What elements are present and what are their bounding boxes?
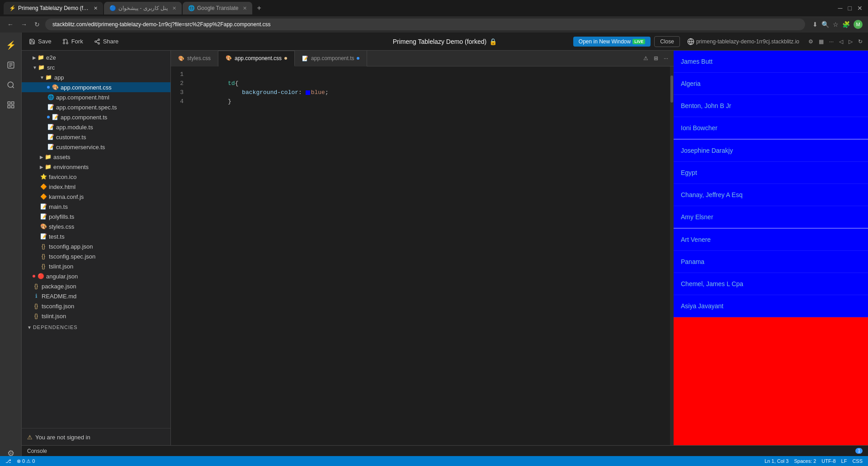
more-options-icon[interactable]: ···: [662, 54, 670, 62]
dependencies-section: ▼ DEPENDENCIES: [22, 321, 170, 334]
table-row: Egypt: [674, 162, 868, 184]
nav-forward-icon[interactable]: ▷: [847, 38, 854, 46]
close-preview-button[interactable]: Close: [654, 36, 680, 47]
tree-item-favicon[interactable]: ⭐ favicon.ico: [22, 172, 170, 182]
tree-label-readme: README.md: [42, 293, 76, 300]
browser-tab-1[interactable]: ⚡ Primeng Tablelazy Demo (forked) ✕: [4, 2, 103, 14]
activity-extensions[interactable]: [2, 96, 20, 114]
svg-rect-2: [8, 102, 10, 104]
json-tslint-2-icon: {}: [40, 263, 47, 270]
split-editor-icon[interactable]: ▦: [817, 38, 826, 46]
save-button[interactable]: Save: [25, 36, 55, 47]
json-tsconfig-spec-icon: {}: [40, 253, 47, 260]
sidebar: ▶ 📁 e2e ▼ 📁 src ▼ 📁 app: [22, 51, 171, 466]
tree-item-environments[interactable]: ▶ 📁 environments: [22, 162, 170, 172]
activity-bar: ⚡ ⚙: [0, 33, 22, 466]
status-ln-col: Ln 1, Col 3: [764, 458, 788, 464]
fork-button[interactable]: Fork: [59, 36, 87, 47]
tree-item-e2e[interactable]: ▶ 📁 e2e: [22, 52, 170, 62]
browser-tab-3[interactable]: 🌐 Google Translate ✕: [183, 2, 252, 14]
tree-item-tslint-json-2[interactable]: {} tslint.json: [22, 261, 170, 271]
share-button[interactable]: Share: [90, 36, 123, 47]
dependencies-header[interactable]: ▼ DEPENDENCIES: [27, 323, 165, 332]
tree-item-polyfills[interactable]: 📝 polyfills.ts: [22, 212, 170, 221]
restore-button[interactable]: □: [846, 3, 854, 14]
editor-tabs: 🎨 styles.css 🎨 app.component.css 📝 app.c…: [171, 51, 674, 66]
tab3-close[interactable]: ✕: [243, 5, 247, 11]
editor-tab-styles-css[interactable]: 🎨 styles.css: [171, 51, 218, 66]
vertical-scrollbar[interactable]: [670, 66, 674, 466]
refresh-preview-icon[interactable]: ↻: [856, 38, 864, 46]
folder-icon-assets: 📁: [44, 153, 52, 160]
activity-files[interactable]: [2, 56, 20, 74]
activity-search[interactable]: [2, 76, 20, 94]
table-row: Josephine Darakjy: [674, 139, 868, 162]
folder-icon-app: 📁: [45, 74, 52, 81]
toggle-problems-icon[interactable]: ⚠: [642, 54, 650, 62]
download-icon[interactable]: ⬇: [812, 21, 818, 28]
tree-item-app-component-ts[interactable]: 📝 app.component.ts: [22, 112, 170, 122]
tree-item-app-module-ts[interactable]: 📝 app.module.ts: [22, 122, 170, 132]
tree-item-test-ts[interactable]: 📝 test.ts: [22, 231, 170, 241]
editor-tab-app-component-css[interactable]: 🎨 app.component.css: [218, 51, 295, 66]
open-in-new-window-button[interactable]: Open in New Window LIVE: [573, 37, 651, 47]
tree-item-tsconfig-spec[interactable]: {} tsconfig.spec.json: [22, 251, 170, 261]
tree-item-assets[interactable]: ▶ 📁 assets: [22, 152, 170, 162]
nav-back-icon[interactable]: ◁: [837, 38, 845, 46]
refresh-button[interactable]: ↻: [33, 19, 42, 30]
tree-label-app-ts: app.component.ts: [61, 114, 107, 121]
ts-file-icon: 📝: [52, 113, 59, 121]
project-title: Primeng Tablelazy Demo (forked): [393, 38, 487, 45]
tree-label-tslint-json-2: tslint.json: [49, 263, 73, 270]
tree-item-customerservice-ts[interactable]: 📝 customerservice.ts: [22, 142, 170, 152]
panel-layout-icon[interactable]: ⚙: [807, 38, 815, 46]
tree-item-styles-css[interactable]: 🎨 styles.css: [22, 221, 170, 231]
tree-item-main-ts[interactable]: 📝 main.ts: [22, 202, 170, 212]
forward-button[interactable]: →: [19, 19, 29, 30]
editor-tab-app-component-ts[interactable]: 📝 app.component.ts: [295, 51, 367, 66]
profile-icon[interactable]: M: [854, 20, 863, 29]
activity-bolt[interactable]: ⚡: [2, 36, 20, 54]
more-actions-icon[interactable]: ···: [827, 38, 835, 46]
tree-item-customer-ts[interactable]: 📝 customer.ts: [22, 132, 170, 142]
zoom-icon[interactable]: 🔍: [821, 21, 829, 28]
tab1-close[interactable]: ✕: [94, 5, 98, 11]
browser-tab-2[interactable]: 🔵 پنل کاربری - پیشخوان ✕: [104, 2, 182, 14]
table-cell-company-3: Asiya Javayant: [674, 295, 868, 317]
close-window-button[interactable]: ✕: [855, 3, 864, 14]
tab1-favicon: ⚡: [9, 5, 15, 11]
tree-item-tsconfig-app[interactable]: {} tsconfig.app.json: [22, 241, 170, 251]
split-pane-icon[interactable]: ⊞: [652, 54, 660, 62]
not-signed-title: You are not signed in: [35, 434, 90, 441]
tree-label: e2e: [46, 54, 56, 61]
tree-item-package-json[interactable]: {} package.json: [22, 281, 170, 291]
tree-item-tsconfig-json[interactable]: {} tsconfig.json: [22, 301, 170, 311]
tab2-close[interactable]: ✕: [172, 5, 176, 11]
minimize-button[interactable]: ─: [836, 3, 844, 14]
tree-item-app-component-css[interactable]: 🎨 app.component.css: [22, 82, 170, 92]
ts-customer-icon: 📝: [47, 133, 54, 141]
save-label: Save: [38, 38, 52, 45]
tree-item-index-html[interactable]: 🔶 index.html: [22, 182, 170, 192]
tree-item-angular-json[interactable]: 🔴 angular.json: [22, 271, 170, 281]
tree-label-tsconfig-spec: tsconfig.spec.json: [49, 253, 95, 260]
bookmark-icon[interactable]: ☆: [833, 21, 839, 28]
svg-point-8: [63, 42, 65, 44]
preview-url: primeng-tablelazy-demo-1rr9cj.stackblitz…: [696, 38, 799, 45]
code-content[interactable]: td{ background-color: blue; }: [189, 66, 674, 466]
table-row: Amy Elsner: [674, 206, 868, 229]
tree-item-app-component-html[interactable]: 🌐 app.component.html: [22, 92, 170, 102]
tree-item-readme[interactable]: ℹ README.md: [22, 291, 170, 301]
table-row: Chemel, James L Cpa: [674, 273, 868, 295]
tree-item-app[interactable]: ▼ 📁 app: [22, 72, 170, 82]
address-bar[interactable]: [45, 19, 805, 30]
extension-icon[interactable]: 🧩: [842, 21, 850, 28]
modified-dot: [47, 86, 50, 89]
tree-item-karma[interactable]: 🔶 karma.conf.js: [22, 192, 170, 202]
tree-item-src[interactable]: ▼ 📁 src: [22, 62, 170, 72]
new-tab-button[interactable]: +: [253, 4, 264, 12]
back-button[interactable]: ←: [5, 19, 15, 30]
tree-item-tslint-json-1[interactable]: {} tslint.json: [22, 311, 170, 321]
tree-item-app-component-spec-ts[interactable]: 📝 app.component.spec.ts: [22, 102, 170, 112]
tree-label-tsconfig-json: tsconfig.json: [42, 303, 74, 310]
